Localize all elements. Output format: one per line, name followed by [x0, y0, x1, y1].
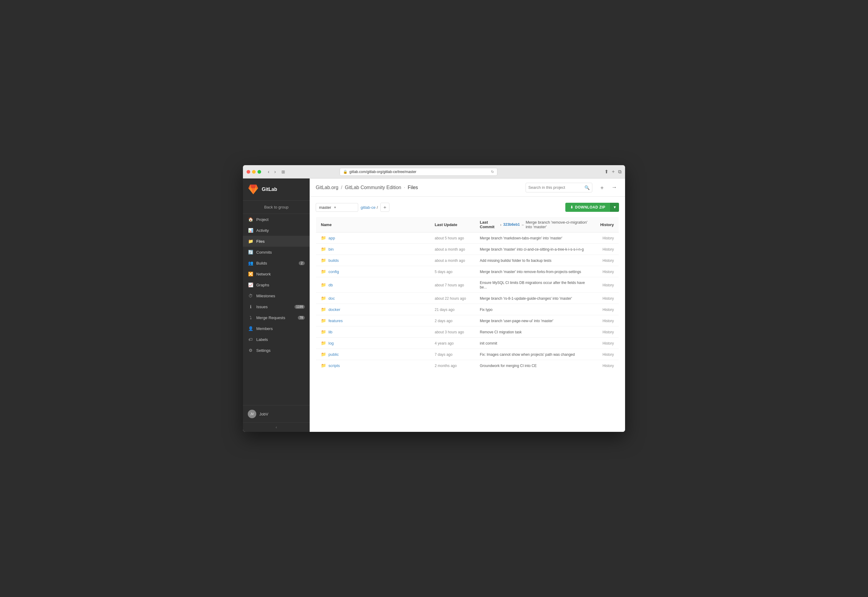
path-link[interactable]: gitlab-ce [360, 205, 375, 210]
history-link[interactable]: History [603, 330, 614, 334]
folder-icon: 📁 [321, 341, 326, 346]
file-name-cell: 📁 docker [316, 304, 430, 315]
commit-msg-text: Fix: Images cannot show when projects' p… [480, 352, 575, 357]
new-window-button[interactable]: ⧉ [618, 168, 621, 175]
repo-content: master ▼ gitlab-ce / ＋ ⬇ DOWNLOAD ZIP ▼ [310, 197, 625, 432]
last-update-cell: 21 days ago [430, 304, 475, 315]
sidebar-item-issues[interactable]: ℹ Issues 1199 [243, 301, 310, 312]
add-header-button[interactable]: ＋ [597, 183, 607, 192]
history-cell: History [596, 338, 619, 349]
sidebar-item-settings[interactable]: ⚙ Settings [243, 345, 310, 356]
download-label: DOWNLOAD ZIP [575, 205, 605, 209]
forward-nav-button[interactable]: › [272, 168, 277, 175]
sidebar-item-network[interactable]: 🔀 Network [243, 269, 310, 279]
table-row: 📁 bin about a month ago Merge branch 'ma… [316, 244, 619, 255]
commit-msg-text: Fix typo [480, 307, 493, 312]
sidebar-item-milestones[interactable]: ⏱ Milestones [243, 290, 310, 301]
file-link[interactable]: features [329, 318, 343, 323]
file-link[interactable]: scripts [329, 363, 340, 368]
share-header-button[interactable]: → [609, 183, 619, 192]
history-link[interactable]: History [603, 283, 614, 287]
history-cell: History [596, 232, 619, 244]
maximize-button[interactable] [258, 170, 261, 174]
file-link[interactable]: config [329, 269, 339, 274]
sidebar-item-builds[interactable]: 👥 Builds 2 [243, 258, 310, 269]
sidebar-badge-builds: 2 [299, 261, 305, 265]
history-link[interactable]: History [603, 270, 614, 274]
sidebar-badge-merge-requests: 78 [298, 316, 305, 320]
sidebar-toggle-button[interactable]: ⊞ [281, 169, 285, 174]
history-link[interactable]: History [603, 352, 614, 357]
table-row: 📁 scripts 2 months ago Groundwork for me… [316, 360, 619, 371]
table-row: 📁 db about 7 hours ago Ensure MySQL CI l… [316, 277, 619, 293]
branch-row: master ▼ gitlab-ce / ＋ ⬇ DOWNLOAD ZIP ▼ [316, 203, 619, 212]
file-link[interactable]: app [329, 236, 335, 240]
download-zip-button[interactable]: ⬇ DOWNLOAD ZIP [565, 203, 610, 212]
sidebar-item-activity[interactable]: 📊 Activity [243, 225, 310, 236]
milestones-icon: ⏱ [248, 293, 253, 298]
share-button[interactable]: ⬆ [604, 168, 608, 175]
sidebar-footer: JV JobV [243, 405, 310, 422]
history-cell: History [596, 360, 619, 371]
commit-hash-link[interactable]: 323b6eb1 [503, 223, 520, 227]
add-tab-button[interactable]: ＋ [611, 168, 616, 175]
table-row: 📁 features 2 days ago Merge branch 'user… [316, 315, 619, 327]
download-dropdown-button[interactable]: ▼ [610, 203, 619, 212]
breadcrumb-org[interactable]: GitLab.org [316, 185, 338, 190]
history-link[interactable]: History [603, 236, 614, 240]
history-link[interactable]: History [603, 258, 614, 263]
commit-msg-text: Merge branch 'markdown-tabs-margin' into… [480, 236, 562, 240]
sidebar-item-label-milestones: Milestones [256, 294, 275, 298]
sidebar-item-graphs[interactable]: 📈 Graphs [243, 279, 310, 290]
last-update-text: about 7 hours ago [435, 283, 464, 287]
add-file-button[interactable]: ＋ [380, 203, 389, 212]
sidebar-item-label-files: Files [256, 239, 265, 244]
history-link[interactable]: History [603, 296, 614, 301]
breadcrumb-dot: · [403, 185, 405, 190]
members-icon: 👤 [248, 326, 253, 331]
close-button[interactable] [247, 170, 250, 174]
main-content: GitLab.org / GitLab Community Edition · … [310, 178, 625, 432]
file-link[interactable]: lib [329, 330, 332, 334]
file-link[interactable]: docker [329, 307, 340, 312]
sidebar-item-labels[interactable]: 🏷 Labels [243, 334, 310, 345]
file-link[interactable]: log [329, 341, 334, 346]
sidebar-item-members[interactable]: 👤 Members [243, 323, 310, 334]
gitlab-logo-icon [248, 184, 259, 195]
col-update-header: Last Update [430, 217, 475, 232]
last-update-cell: 2 months ago [430, 360, 475, 371]
minimize-button[interactable] [252, 170, 256, 174]
history-link[interactable]: History [603, 364, 614, 368]
file-link[interactable]: bin [329, 247, 334, 251]
history-link[interactable]: History [603, 341, 614, 346]
sidebar-nav: 🏠 Project 📊 Activity 📁 Files 🔄 Commits 👥… [243, 214, 310, 405]
file-link[interactable]: public [329, 352, 339, 357]
branch-selector[interactable]: master ▼ [316, 203, 358, 212]
titlebar: ‹ › ⊞ 🔒 gitlab.com/gitlab-org/gitlab-ce/… [243, 165, 625, 178]
breadcrumb-project[interactable]: GitLab Community Edition [345, 185, 401, 190]
back-to-group-button[interactable]: Back to group [243, 200, 310, 214]
history-link[interactable]: History [603, 307, 614, 312]
file-name-cell: 📁 log [316, 338, 430, 349]
history-link[interactable]: History [603, 319, 614, 323]
avatar-initials: JV [250, 413, 254, 416]
sidebar-item-merge-requests[interactable]: ⤵ Merge Requests 78 [243, 312, 310, 323]
history-link[interactable]: History [603, 247, 614, 251]
search-box[interactable]: 🔍 [526, 183, 592, 192]
sidebar-item-files[interactable]: 📁 Files [243, 236, 310, 247]
sidebar-item-project[interactable]: 🏠 Project [243, 214, 310, 225]
search-input[interactable] [528, 185, 584, 190]
col-name-header: Name [316, 217, 430, 232]
file-link[interactable]: doc [329, 296, 335, 301]
url-bar[interactable]: 🔒 gitlab.com/gitlab-org/gitlab-ce/tree/m… [340, 168, 497, 176]
folder-icon: 📁 [321, 352, 326, 357]
commit-dash: – [522, 223, 524, 227]
file-link[interactable]: builds [329, 258, 339, 263]
sidebar-item-label-builds: Builds [256, 261, 267, 266]
back-nav-button[interactable]: ‹ [266, 168, 271, 175]
history-cell: History [596, 349, 619, 360]
sidebar-item-commits[interactable]: 🔄 Commits [243, 247, 310, 258]
file-link[interactable]: db [329, 283, 333, 287]
search-icon-button[interactable]: 🔍 [584, 185, 590, 190]
sidebar-collapse-button[interactable]: ‹ [243, 422, 310, 432]
